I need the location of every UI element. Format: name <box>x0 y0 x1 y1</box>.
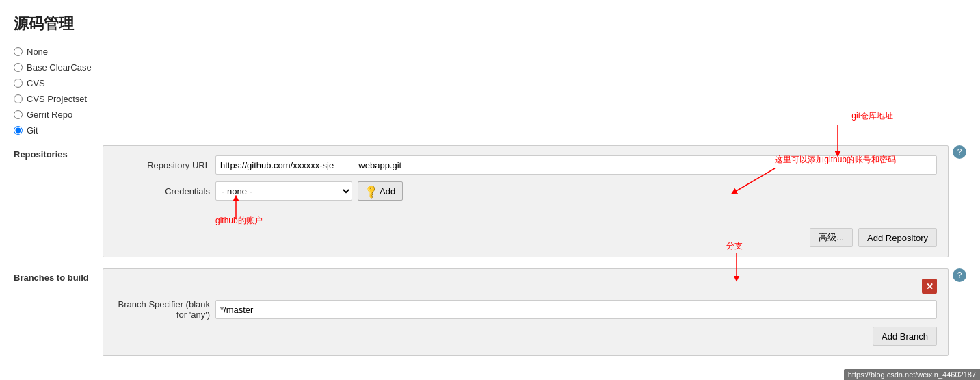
add-btn-label: Add <box>380 186 395 197</box>
radio-cvs-projectset[interactable] <box>14 94 23 103</box>
radio-git-label: Git <box>27 125 38 136</box>
annotation-github-account: github的账户 <box>215 215 263 227</box>
radio-group: None Base ClearCase CVS CVS Projectset G… <box>14 47 966 136</box>
credentials-label: Credentials <box>114 186 210 197</box>
advanced-button[interactable]: 高级... <box>810 228 853 247</box>
radio-base-clearcase-label: Base ClearCase <box>27 62 92 73</box>
page-title: 源码管理 <box>14 14 966 34</box>
branch-specifier-input[interactable] <box>215 300 937 319</box>
remove-branch-button[interactable]: ✕ <box>922 279 937 294</box>
add-repository-button[interactable]: Add Repository <box>858 228 937 247</box>
credentials-select[interactable]: - none - github credentials <box>215 181 352 201</box>
repositories-label: Repositories <box>14 145 103 160</box>
repositories-help-icon[interactable]: ? <box>953 145 966 159</box>
radio-git[interactable] <box>14 126 23 135</box>
radio-base-clearcase[interactable] <box>14 63 23 72</box>
branches-help-icon[interactable]: ? <box>953 268 966 282</box>
radio-cvs-projectset-label: CVS Projectset <box>27 94 87 104</box>
radio-gerrit-repo-label: Gerrit Repo <box>27 110 72 120</box>
radio-cvs[interactable] <box>14 79 23 88</box>
radio-none[interactable] <box>14 47 23 56</box>
radio-none-label: None <box>27 47 48 57</box>
radio-cvs-label: CVS <box>27 78 45 88</box>
branches-label: Branches to build <box>14 268 103 283</box>
radio-gerrit-repo[interactable] <box>14 110 23 119</box>
add-branch-button[interactable]: Add Branch <box>873 327 937 346</box>
repo-url-input[interactable] <box>215 155 937 175</box>
branch-specifier-label: Branch Specifier (blank for 'any') <box>114 299 210 320</box>
repo-url-label: Repository URL <box>114 160 210 170</box>
add-credentials-button[interactable]: 🔑 Add <box>358 181 403 201</box>
url-bar: https://blog.csdn.net/weixin_44602187 <box>844 369 980 377</box>
key-icon: 🔑 <box>363 183 379 199</box>
